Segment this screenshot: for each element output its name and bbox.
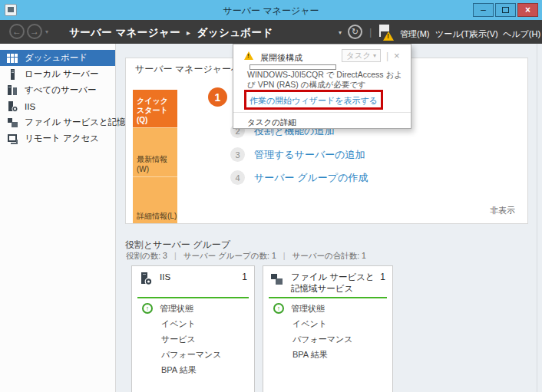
sidebar-item-label: ローカル サーバー xyxy=(25,68,99,80)
refresh-icon[interactable]: ↻ xyxy=(348,25,362,39)
row-label: イベント xyxy=(292,318,327,330)
row-label: BPA 結果 xyxy=(292,349,328,361)
all-servers-icon xyxy=(7,85,18,96)
task-details-link[interactable]: タスクの詳細 xyxy=(247,117,296,128)
sidebar-item-file-storage-services[interactable]: ファイル サービスと記憶域… ▶ xyxy=(0,114,115,130)
link-create-server-group[interactable]: サーバー グループの作成 xyxy=(254,171,368,185)
tile-header: IIS 1 xyxy=(132,266,254,285)
maximize-icon xyxy=(502,7,509,13)
sidebar-item-label: すべてのサーバー xyxy=(25,84,97,96)
back-icon[interactable]: ← xyxy=(9,24,25,39)
row-performance[interactable]: パフォーマンス xyxy=(132,347,254,362)
row-events[interactable]: イベント xyxy=(263,316,392,331)
popup-separator xyxy=(233,112,411,113)
menu-help[interactable]: ヘルプ(H) xyxy=(503,28,540,40)
row-bpa-results[interactable]: BPA 結果 xyxy=(132,362,254,377)
sidebar-item-iis[interactable]: IIS xyxy=(0,98,115,114)
progress-bar xyxy=(250,64,336,70)
hide-welcome-link[interactable]: 非表示 xyxy=(490,205,515,216)
scope-dropdown-icon[interactable]: ▾ xyxy=(339,29,342,36)
row-bpa-results[interactable]: BPA 結果 xyxy=(263,347,392,362)
popup-message: WINDOWS-J0I5CQR で DirectAccess および VPN (… xyxy=(247,70,405,90)
row-manageability[interactable]: ↑ 管理状態 xyxy=(132,301,254,316)
remote-access-icon xyxy=(7,133,18,144)
sidebar: ダッシュボード ローカル サーバー すべてのサーバー IIS ファイル サービス… xyxy=(0,44,116,392)
local-server-icon xyxy=(7,69,18,80)
row-events[interactable]: イベント xyxy=(132,316,254,331)
menu-view[interactable]: 表示(V) xyxy=(470,28,498,40)
annotation-badge-1: 1 xyxy=(208,87,227,107)
breadcrumb-current: ダッシュボード xyxy=(197,27,273,38)
menu-tools[interactable]: ツール(T) xyxy=(435,28,472,40)
window-title: サーバー マネージャー xyxy=(0,5,542,18)
tile-rows: ↑ 管理状態 イベント パフォーマンス BPA 結果 xyxy=(263,301,392,362)
tab-whats-new[interactable]: 最新情報(W) xyxy=(133,127,177,176)
sidebar-item-label: ダッシュボード xyxy=(25,52,88,64)
open-getting-started-wizard-link[interactable]: 作業の開始ウィザードを表示する xyxy=(250,96,378,105)
status-rule xyxy=(269,297,387,298)
sidebar-item-label: リモート アクセス xyxy=(25,133,99,144)
popup-title: 展開後構成 xyxy=(260,52,302,64)
sidebar-item-remote-access[interactable]: リモート アクセス xyxy=(0,130,115,147)
row-manageability[interactable]: ↑ 管理状態 xyxy=(263,301,392,316)
status-up-icon: ↑ xyxy=(273,303,284,314)
row-label: 管理状態 xyxy=(160,303,193,315)
minimize-button[interactable]: – xyxy=(473,3,494,17)
popup-divider: | xyxy=(386,51,388,61)
breadcrumb-separator-icon: ▸ xyxy=(187,28,190,37)
tile-server-count: 1 xyxy=(380,272,385,295)
popup-close-icon[interactable]: × xyxy=(394,50,400,61)
breadcrumb: サーバー マネージャー▸ダッシュボード xyxy=(69,26,273,40)
meta-divider: | xyxy=(283,251,286,262)
post-deployment-popup: ! 展開後構成 タスク ▾ | × WINDOWS-J0I5CQR で Dire… xyxy=(233,44,411,129)
caret-down-icon: ▾ xyxy=(373,52,376,59)
servers-total-count: サーバーの合計数: 1 xyxy=(292,251,365,262)
file-storage-icon xyxy=(270,272,284,285)
breadcrumb-root[interactable]: サーバー マネージャー xyxy=(69,27,180,38)
row-label: イベント xyxy=(161,318,196,330)
tile-rows: ↑ 管理状態 イベント サービス パフォーマンス BPA 結果 xyxy=(132,301,254,377)
row-label: パフォーマンス xyxy=(292,334,353,345)
meta-divider: | xyxy=(174,251,177,262)
notifications-flag-icon[interactable]: ! xyxy=(378,25,395,41)
tab-quick-start[interactable]: クイック スタート(Q) xyxy=(133,90,177,127)
dashboard-icon xyxy=(7,53,18,64)
tab-learn-more[interactable]: 詳細情報(L) xyxy=(133,176,177,223)
annotation-red-box: 作業の開始ウィザードを表示する xyxy=(244,90,383,110)
role-tile-iis: IIS 1 ↑ 管理状態 イベント サービス パフォーマンス BPA 結果 xyxy=(131,265,255,392)
link-add-servers[interactable]: 管理するサーバーの追加 xyxy=(254,148,365,162)
sidebar-item-local-server[interactable]: ローカル サーバー xyxy=(0,66,115,82)
history-dropdown-icon[interactable]: ▾ xyxy=(45,28,48,35)
forward-icon[interactable]: → xyxy=(27,24,42,39)
tasks-dropdown-label: タスク xyxy=(346,51,371,61)
roles-section-title: 役割とサーバー グループ xyxy=(125,239,230,252)
maximize-button[interactable] xyxy=(495,3,516,17)
warning-triangle-icon: ! xyxy=(383,31,394,41)
server-manager-window: サーバー マネージャー – × ← → ▾ サーバー マネージャー▸ダッシュボー… xyxy=(0,0,542,392)
navbar-divider: | xyxy=(369,26,372,38)
row-label: パフォーマンス xyxy=(161,349,222,361)
menu-manage[interactable]: 管理(M) xyxy=(400,28,430,40)
tile-server-count: 1 xyxy=(242,272,247,285)
tab-quick-start-accesskey: (Q) xyxy=(137,116,147,124)
status-rule xyxy=(137,297,249,298)
file-storage-icon xyxy=(7,117,18,128)
tile-role-name[interactable]: IIS xyxy=(160,272,239,285)
window-controls: – × xyxy=(473,3,538,17)
row-services[interactable]: サービス xyxy=(132,331,254,347)
tasks-dropdown[interactable]: タスク ▾ xyxy=(342,49,381,62)
row-performance[interactable]: パフォーマンス xyxy=(263,331,392,347)
close-button[interactable]: × xyxy=(517,3,538,17)
tile-role-name[interactable]: ファイル サービスと記憶域サービス xyxy=(291,272,377,295)
status-up-icon: ↑ xyxy=(142,303,153,314)
roles-section-meta: 役割の数: 3 | サーバー グループの数: 1 | サーバーの合計数: 1 xyxy=(126,251,366,262)
sidebar-item-all-servers[interactable]: すべてのサーバー xyxy=(0,82,115,98)
content-right-border xyxy=(537,44,537,392)
sidebar-item-label: IIS xyxy=(25,102,35,111)
roles-count: 役割の数: 3 xyxy=(126,251,167,262)
step-number: 4 xyxy=(230,170,245,185)
sidebar-item-dashboard[interactable]: ダッシュボード xyxy=(0,50,115,66)
titlebar: サーバー マネージャー – × xyxy=(0,0,542,20)
tab-quick-start-label: クイック スタート xyxy=(137,97,168,115)
tile-header: ファイル サービスと記憶域サービス 1 xyxy=(263,266,392,295)
